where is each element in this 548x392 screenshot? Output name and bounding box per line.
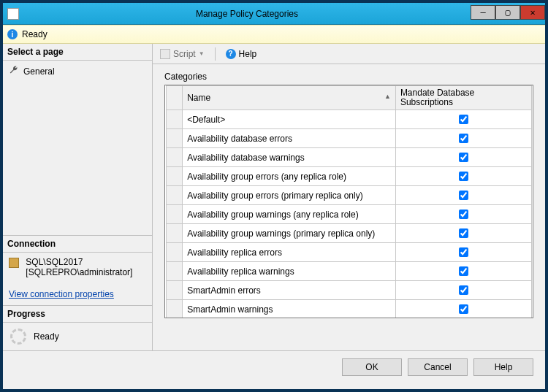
mandate-cell[interactable] [395, 148, 531, 167]
progress-spinner-icon [10, 328, 26, 345]
left-panel: Select a page General Connection SQL\SQL… [3, 44, 153, 350]
row-selector[interactable] [167, 281, 183, 300]
category-name-cell[interactable]: Availability replica warnings [183, 262, 396, 281]
table-row[interactable]: SmartAdmin warnings [167, 300, 532, 319]
mandate-checkbox[interactable] [459, 191, 468, 200]
user-context: [SQLREPRO\administrator] [26, 267, 132, 277]
table-row[interactable]: Availability replica errors [167, 243, 532, 262]
category-name-cell[interactable]: Availability group warnings (any replica… [183, 205, 396, 224]
mandate-cell[interactable] [395, 167, 531, 186]
row-selector[interactable] [167, 300, 183, 319]
maximize-button[interactable]: ▢ [495, 5, 520, 20]
mandate-checkbox[interactable] [459, 304, 468, 314]
connection-info: SQL\SQL2017 [SQLREPRO\administrator] [3, 253, 152, 282]
mandate-cell[interactable] [395, 281, 531, 300]
mandate-cell[interactable] [395, 186, 531, 205]
row-selector[interactable] [167, 262, 183, 281]
wrench-icon [9, 65, 19, 77]
toolbar: Script ▼ ? Help [153, 44, 545, 64]
table-row[interactable]: SmartAdmin errors [167, 281, 532, 300]
help-footer-button[interactable]: Help [473, 358, 533, 376]
row-selector[interactable] [167, 243, 183, 262]
window-title: Manage Policy Categories [23, 9, 471, 19]
mandate-checkbox[interactable] [459, 266, 468, 276]
row-header-column [167, 86, 183, 110]
help-icon: ? [226, 49, 236, 59]
table-row[interactable]: Availability group warnings (any replica… [167, 205, 532, 224]
mandate-cell[interactable] [395, 243, 531, 262]
row-selector[interactable] [167, 186, 183, 205]
dialog-footer: OK Cancel Help [3, 350, 545, 383]
ok-button[interactable]: OK [342, 358, 402, 376]
info-icon: i [7, 29, 18, 39]
mandate-cell[interactable] [395, 129, 531, 148]
titlebar: Manage Policy Categories — ▢ ✕ [3, 3, 545, 25]
table-row[interactable]: Availability replica warnings [167, 262, 532, 281]
select-page-header: Select a page [3, 44, 152, 61]
app-icon [7, 8, 19, 20]
category-name-cell[interactable]: Availability group errors (primary repli… [183, 186, 396, 205]
connection-header: Connection [3, 236, 152, 253]
minimize-button[interactable]: — [471, 5, 495, 20]
category-name-cell[interactable]: Availability replica errors [183, 243, 396, 262]
mandate-column-header[interactable]: Mandate Database Subscriptions [395, 86, 531, 110]
toolbar-separator [215, 47, 216, 61]
sidebar-item-general[interactable]: General [7, 64, 148, 79]
ready-status-text: Ready [22, 29, 47, 39]
right-panel: Script ▼ ? Help Categories Name [153, 44, 545, 350]
script-button[interactable]: Script ▼ [157, 47, 208, 61]
row-selector[interactable] [167, 129, 183, 148]
mandate-checkbox[interactable] [459, 172, 468, 181]
category-name-cell[interactable]: Availability group warnings (primary rep… [183, 224, 396, 243]
close-button[interactable]: ✕ [520, 5, 545, 20]
mandate-checkbox[interactable] [459, 228, 468, 238]
row-selector[interactable] [167, 110, 183, 129]
progress-header: Progress [3, 306, 152, 323]
row-selector[interactable] [167, 148, 183, 167]
table-row[interactable]: Availability database warnings [167, 148, 532, 167]
categories-label: Categories [164, 72, 533, 82]
view-connection-properties-link[interactable]: View connection properties [3, 289, 152, 305]
table-row[interactable]: Availability group errors (primary repli… [167, 186, 532, 205]
category-name-cell[interactable]: Availability database errors [183, 129, 396, 148]
mandate-cell[interactable] [395, 110, 531, 129]
table-row[interactable]: Availability database errors [167, 129, 532, 148]
category-name-cell[interactable]: Availability database warnings [183, 148, 396, 167]
row-selector[interactable] [167, 224, 183, 243]
server-name: SQL\SQL2017 [26, 257, 83, 267]
sidebar-item-label: General [23, 66, 55, 77]
categories-grid[interactable]: Name ▲ Mandate Database Subscriptions <D… [164, 85, 533, 318]
row-selector[interactable] [167, 205, 183, 224]
mandate-checkbox[interactable] [459, 134, 468, 143]
mandate-checkbox[interactable] [459, 285, 468, 295]
chevron-down-icon: ▼ [199, 50, 205, 57]
server-icon [9, 258, 19, 268]
mandate-cell[interactable] [395, 224, 531, 243]
mandate-checkbox[interactable] [459, 153, 468, 162]
script-label: Script [173, 49, 196, 59]
help-button[interactable]: ? Help [223, 47, 260, 61]
mandate-cell[interactable] [395, 205, 531, 224]
mandate-checkbox[interactable] [459, 210, 468, 219]
name-column-header[interactable]: Name ▲ [183, 86, 396, 110]
progress-text: Ready [34, 331, 59, 342]
ready-status-bar: i Ready [3, 25, 545, 44]
table-row[interactable]: <Default> [167, 110, 532, 129]
mandate-cell[interactable] [395, 262, 531, 281]
table-row[interactable]: Availability group warnings (primary rep… [167, 224, 532, 243]
help-label: Help [239, 49, 257, 59]
row-selector[interactable] [167, 167, 183, 186]
mandate-checkbox[interactable] [459, 247, 468, 257]
sort-ascending-icon: ▲ [384, 93, 391, 100]
category-name-cell[interactable]: SmartAdmin errors [183, 281, 396, 300]
category-name-cell[interactable]: <Default> [183, 110, 396, 129]
category-name-cell[interactable]: Availability group errors (any replica r… [183, 167, 396, 186]
table-row[interactable]: Availability group errors (any replica r… [167, 167, 532, 186]
mandate-cell[interactable] [395, 300, 531, 319]
cancel-button[interactable]: Cancel [408, 358, 468, 376]
mandate-checkbox[interactable] [459, 115, 468, 124]
script-icon [160, 49, 170, 59]
category-name-cell[interactable]: SmartAdmin warnings [183, 300, 396, 319]
